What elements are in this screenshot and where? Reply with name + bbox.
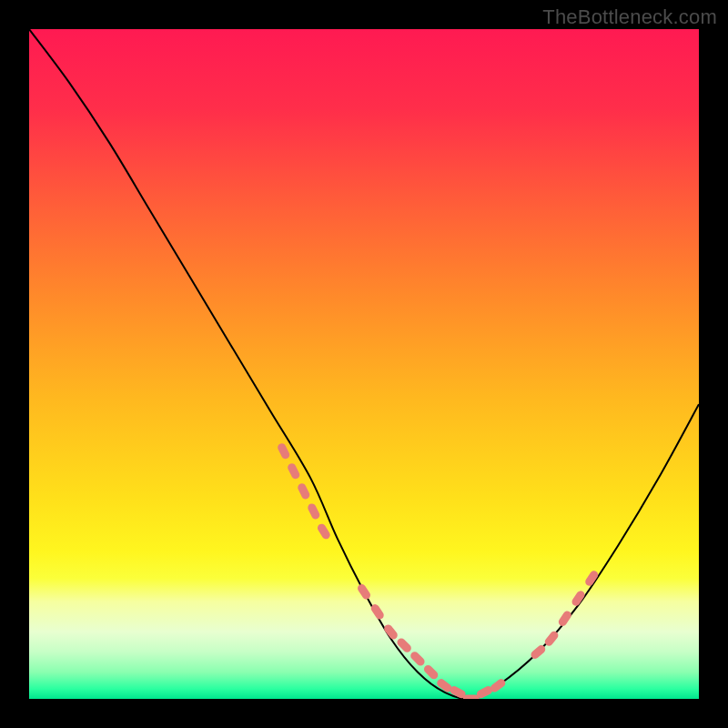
heat-gradient-background xyxy=(29,29,699,699)
svg-rect-0 xyxy=(29,29,699,699)
watermark-text: TheBottleneck.com xyxy=(542,5,717,29)
chart-frame xyxy=(29,29,699,699)
